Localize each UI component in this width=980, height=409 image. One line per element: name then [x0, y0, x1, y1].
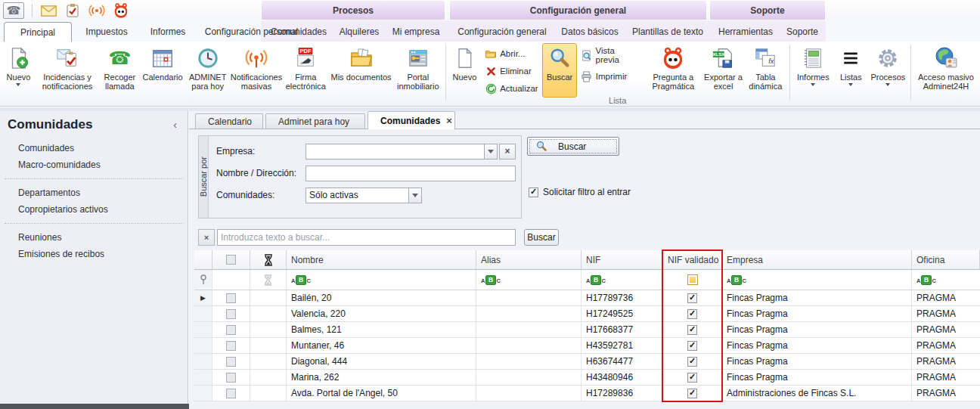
- sidebar-item-departamentos[interactable]: Departamentos: [0, 184, 188, 201]
- tab-soporte[interactable]: Soporte: [780, 22, 824, 42]
- pivot-table-button[interactable]: fx Tabla dinámica: [744, 43, 787, 91]
- table-row[interactable]: Muntaner, 46 H43592781 Fincas Pragma PRA…: [194, 338, 980, 354]
- search-input[interactable]: [217, 229, 516, 246]
- calendar-button[interactable]: Calendario: [141, 43, 185, 82]
- select-all-checkbox-cell[interactable]: [212, 250, 250, 270]
- nif-validado-checkbox[interactable]: [687, 293, 697, 303]
- sidebar-item-copropietarios[interactable]: Copropietarios activos: [0, 201, 188, 218]
- adminet24h-button[interactable]: Acceso masivo Adminet24H: [913, 43, 978, 91]
- sidebar-item-emisiones[interactable]: Emisiones de recibos: [0, 246, 188, 262]
- lists-button[interactable]: Listas: [834, 43, 867, 87]
- close-tab-icon[interactable]: ×: [446, 117, 452, 125]
- tab-impuestos[interactable]: Impuestos: [76, 22, 138, 42]
- table-row[interactable]: Marina, 262 H43480946 Fincas Pragma PRAG…: [194, 370, 980, 386]
- column-header-oficina[interactable]: Oficina: [912, 250, 980, 270]
- sidebar-collapse-button[interactable]: ‹: [173, 119, 177, 131]
- incidents-button[interactable]: Incidencias y notificaciones: [36, 43, 99, 91]
- processes-button[interactable]: Procesos: [867, 43, 908, 87]
- column-header-nif[interactable]: NIF: [581, 250, 663, 270]
- nombre-direccion-input[interactable]: [305, 166, 516, 181]
- open-button[interactable]: Abrir...: [481, 46, 542, 61]
- tab-comunidades[interactable]: Comunidades: [266, 22, 331, 42]
- delete-button[interactable]: Eliminar: [481, 64, 542, 79]
- row-checkbox[interactable]: [226, 293, 236, 303]
- nif-validado-checkbox[interactable]: [687, 357, 697, 367]
- row-checkbox[interactable]: [226, 357, 236, 367]
- row-checkbox[interactable]: [226, 325, 236, 335]
- refresh-button[interactable]: Actualizar: [481, 81, 542, 96]
- clear-search-button[interactable]: ×: [198, 229, 215, 246]
- pragmatica-button[interactable]: [113, 2, 129, 19]
- tab-herramientas[interactable]: Herramientas: [712, 22, 779, 42]
- table-row[interactable]: Valencia, 220 H17249525 Fincas Pragma PR…: [194, 306, 980, 322]
- tasks-button[interactable]: [64, 2, 81, 19]
- filter-checkbox-cell: [212, 270, 250, 290]
- broadcast-button[interactable]: [88, 2, 105, 19]
- doc-tab-calendario[interactable]: Calendario: [195, 113, 263, 129]
- solicitar-filtro-checkbox[interactable]: [529, 187, 538, 197]
- column-header-alias[interactable]: Alias: [476, 250, 581, 270]
- row-checkbox[interactable]: [226, 341, 236, 351]
- column-header-nombre[interactable]: Nombre: [287, 250, 476, 270]
- select-all-checkbox[interactable]: [226, 255, 236, 265]
- empresa-clear-button[interactable]: ×: [499, 144, 516, 160]
- table-row[interactable]: Balmes, 121 H17668377 Fincas Pragma PRAG…: [194, 322, 980, 338]
- filter-oficina-cell[interactable]: ABC: [912, 270, 980, 290]
- table-row[interactable]: Avda. Portal de l'Angel, 50 H17289836 Ad…: [194, 386, 980, 401]
- search-button[interactable]: Buscar: [542, 43, 576, 98]
- ask-pragmatica-button[interactable]: Pregunta a Pragmática: [644, 43, 703, 91]
- reports-button[interactable]: Informes: [792, 43, 834, 87]
- table-row[interactable]: ▶ Bailén, 20 H17789736 Fincas Pragma PRA…: [194, 290, 980, 306]
- tab-plantillas-texto[interactable]: Plantillas de texto: [628, 22, 708, 42]
- filter-nif-cell[interactable]: ABC: [581, 270, 663, 290]
- tab-principal[interactable]: Principal: [4, 22, 72, 42]
- new-button[interactable]: Nuevo: [2, 43, 36, 87]
- nif-validado-checkbox[interactable]: [687, 341, 697, 351]
- filter-search-button[interactable]: Buscar: [527, 137, 619, 156]
- row-checkbox[interactable]: [226, 389, 236, 398]
- row-checkbox[interactable]: [226, 373, 236, 383]
- mass-notifications-button[interactable]: Notificaciones masivas: [231, 43, 282, 91]
- nif-validado-checkbox[interactable]: [687, 325, 697, 335]
- doc-tab-comunidades[interactable]: Comunidades ×: [368, 111, 455, 129]
- nif-validado-checkbox[interactable]: [687, 389, 697, 398]
- tab-datos-basicos[interactable]: Datos básicos: [554, 22, 625, 42]
- filter-panel-side-tab[interactable]: Buscar por: [199, 136, 209, 218]
- nif-validado-checkbox[interactable]: [687, 373, 697, 383]
- column-header-empresa[interactable]: Empresa: [722, 250, 912, 270]
- comunidades-dropdown-button[interactable]: [408, 187, 422, 203]
- preview-button[interactable]: Vista previa: [577, 48, 644, 63]
- filter-nombre-cell[interactable]: ABC: [287, 270, 476, 290]
- print-button[interactable]: Imprimir: [577, 69, 644, 84]
- quick-phone-button[interactable]: ☎: [3, 2, 24, 19]
- table-row[interactable]: Diagonal, 444 H63674477 Fincas Pragma PR…: [194, 354, 980, 370]
- row-checkbox[interactable]: [226, 309, 236, 319]
- tab-alquileres[interactable]: Alquileres: [333, 22, 386, 42]
- mail-button[interactable]: [40, 2, 57, 19]
- hourglass-column-header[interactable]: [250, 250, 287, 270]
- sidebar-item-reuniones[interactable]: Reuniones: [0, 229, 188, 246]
- export-excel-button[interactable]: XLSX Exportar a excel: [702, 43, 744, 91]
- doc-tab-adminet-hoy[interactable]: Adminet para hoy: [265, 113, 365, 129]
- nif-validado-checkbox[interactable]: [687, 309, 697, 319]
- tab-informes[interactable]: Informes: [141, 22, 195, 42]
- electronic-signature-button[interactable]: PDF Firma electrónica: [282, 43, 330, 91]
- filter-alias-cell[interactable]: ABC: [476, 270, 581, 290]
- filter-empresa-cell[interactable]: ABC: [722, 270, 912, 290]
- my-documents-button[interactable]: Mis documentos: [330, 43, 393, 82]
- sidebar-item-comunidades[interactable]: Comunidades: [0, 140, 188, 156]
- cell-alias: [476, 306, 581, 322]
- pickup-call-button[interactable]: ☎ Recoger llamada: [99, 43, 141, 91]
- adminet-today-button[interactable]: ADMINET para hoy: [185, 43, 231, 91]
- sidebar-item-macro-comunidades[interactable]: Macro-comunidades: [0, 156, 188, 173]
- tab-mi-empresa[interactable]: Mi empresa: [387, 22, 445, 42]
- quick-search-button[interactable]: Buscar: [524, 229, 559, 246]
- empresa-input[interactable]: [305, 144, 484, 160]
- new-record-button[interactable]: Nuevo: [448, 43, 482, 82]
- filter-nif-validado-cell[interactable]: [663, 270, 722, 290]
- real-estate-portal-button[interactable]: Portal inmobiliario: [393, 43, 443, 91]
- comunidades-select[interactable]: Sólo activas: [305, 187, 408, 203]
- column-header-nif-validado[interactable]: NIF validado: [663, 250, 722, 270]
- empresa-dropdown-button[interactable]: [484, 144, 498, 160]
- tab-configuracion-general[interactable]: Configuración general: [452, 22, 552, 42]
